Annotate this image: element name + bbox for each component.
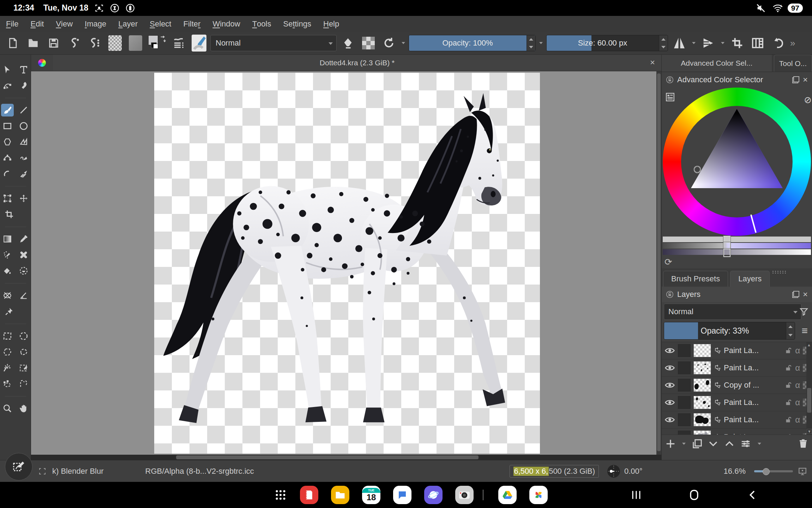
- tool-polyline[interactable]: [17, 136, 30, 148]
- tool-bezier-curve[interactable]: [1, 151, 14, 164]
- duplicate-layer-button[interactable]: [692, 438, 703, 449]
- opacity-slider[interactable]: Opacity: 100%: [409, 35, 536, 51]
- docker-lock-icon[interactable]: [666, 76, 674, 84]
- layer-lock-icon[interactable]: [784, 347, 792, 354]
- layer-row[interactable]: Paint La... α: [662, 342, 812, 359]
- layer-alpha-icon[interactable]: α: [795, 363, 800, 373]
- undo-button[interactable]: [769, 34, 787, 52]
- size-spin-buttons[interactable]: [659, 35, 668, 51]
- tool-edit-shapes[interactable]: [1, 79, 14, 92]
- no-color-icon[interactable]: ⊘: [804, 95, 812, 106]
- inherit-alpha-icon[interactable]: [714, 382, 721, 389]
- drive-app-icon[interactable]: [498, 486, 517, 504]
- tool-line[interactable]: [17, 104, 30, 116]
- docker-lock-icon[interactable]: [666, 291, 674, 298]
- scroll-corner-icon[interactable]: ▼: [807, 429, 812, 434]
- mirror-horizontal-button[interactable]: [670, 34, 688, 52]
- menu-tools[interactable]: Tools: [246, 16, 277, 32]
- notes-app-icon[interactable]: [300, 486, 318, 504]
- tool-color-range-selection[interactable]: [17, 361, 30, 374]
- tool-crop[interactable]: [3, 208, 16, 221]
- close-icon[interactable]: ×: [650, 58, 655, 67]
- tool-colorize-mask[interactable]: [1, 249, 14, 261]
- canvas-vertical-scrollbar[interactable]: [656, 71, 661, 455]
- layer-color-label[interactable]: [678, 431, 691, 435]
- tool-gradient[interactable]: [1, 233, 14, 245]
- tool-text[interactable]: [17, 63, 30, 76]
- mirror-vertical-button[interactable]: [699, 34, 717, 52]
- tool-freehand-path[interactable]: [17, 151, 30, 164]
- layer-alpha-icon[interactable]: α: [795, 432, 800, 435]
- layer-row[interactable]: Paint La α: [662, 429, 812, 435]
- layer-alpha-icon[interactable]: α: [795, 415, 800, 425]
- open-document-button[interactable]: [24, 34, 42, 52]
- sv-triangle[interactable]: [663, 88, 811, 236]
- menu-layer[interactable]: Layer: [112, 16, 144, 32]
- tool-freehand-selection[interactable]: [17, 346, 30, 358]
- inherit-alpha-icon[interactable]: [714, 364, 721, 371]
- layer-thumbnail[interactable]: [693, 378, 711, 392]
- menu-filter[interactable]: Filter: [178, 16, 207, 32]
- menu-file[interactable]: File: [0, 16, 24, 32]
- selector-settings-icon[interactable]: [666, 92, 675, 102]
- layer-visible-icon[interactable]: [664, 381, 675, 389]
- layer-row[interactable]: Copy of ... α: [662, 377, 812, 394]
- save-button[interactable]: [44, 34, 63, 52]
- tool-move[interactable]: [17, 192, 30, 205]
- pattern-swatch[interactable]: [106, 34, 124, 52]
- inherit-alpha-icon[interactable]: [714, 399, 721, 406]
- layer-lock-icon[interactable]: [784, 416, 792, 424]
- brush-settings-button[interactable]: [169, 34, 188, 52]
- layer-opacity-slider[interactable]: Opacity: 33%: [664, 322, 795, 340]
- tool-magnetic-selection[interactable]: [17, 377, 30, 390]
- tool-freehand-brush[interactable]: [1, 104, 14, 116]
- tool-bezier-selection[interactable]: [1, 377, 14, 390]
- canvas-rotation-dial[interactable]: [607, 464, 621, 478]
- shade-bar-lightness[interactable]: [663, 249, 811, 255]
- tool-measure[interactable]: [17, 289, 30, 302]
- layer-properties-button[interactable]: [740, 438, 751, 449]
- preserve-alpha-button[interactable]: [359, 34, 378, 52]
- tool-fill[interactable]: [1, 264, 14, 277]
- layer-thumbnail[interactable]: [693, 344, 711, 357]
- layer-color-label[interactable]: [678, 344, 691, 357]
- close-docker-icon[interactable]: ×: [803, 289, 808, 299]
- tool-color-sampler[interactable]: [17, 233, 30, 245]
- layer-visible-icon[interactable]: [664, 347, 675, 354]
- foreground-background-colors[interactable]: [147, 34, 167, 52]
- floating-tools-button[interactable]: [5, 453, 32, 480]
- brush-size-slider[interactable]: Size: 60.00 px: [546, 35, 668, 51]
- camera-app-icon[interactable]: [455, 486, 474, 504]
- current-brush-name[interactable]: k) Blender Blur: [52, 467, 104, 476]
- tool-dynamic-brush[interactable]: [1, 167, 14, 180]
- tool-assistants[interactable]: [1, 289, 14, 302]
- layer-filter-icon[interactable]: [799, 304, 809, 320]
- menu-select[interactable]: Select: [144, 16, 177, 32]
- inherit-alpha-icon[interactable]: [714, 347, 721, 354]
- opacity-spin-buttons[interactable]: [527, 35, 535, 51]
- back-button[interactable]: [741, 482, 764, 508]
- new-document-button[interactable]: [4, 34, 22, 52]
- browser-app-icon[interactable]: [424, 486, 443, 504]
- calendar-app-icon[interactable]: TUE 18: [362, 486, 380, 504]
- tool-ellipse-selection[interactable]: [17, 330, 30, 342]
- delete-layer-button[interactable]: [798, 438, 808, 449]
- shade-bar-saturation[interactable]: [663, 243, 811, 249]
- canvas-horizontal-scrollbar[interactable]: [31, 455, 661, 460]
- app-drawer-button[interactable]: [271, 486, 290, 504]
- brush-blending-mode-dropdown[interactable]: Normal: [210, 35, 337, 51]
- close-docker-icon[interactable]: ×: [803, 75, 808, 85]
- layer-lock-icon[interactable]: [784, 433, 792, 435]
- tab-layers[interactable]: Layers: [730, 271, 770, 287]
- tool-polygonal-selection[interactable]: [1, 346, 14, 358]
- layer-alpha-icon[interactable]: α: [795, 346, 800, 355]
- tool-enclose-fill[interactable]: [17, 264, 30, 277]
- layer-visible-icon[interactable]: [664, 433, 675, 435]
- layer-alpha-icon[interactable]: α: [795, 380, 800, 390]
- layer-opacity-spin[interactable]: [786, 322, 795, 339]
- menu-view[interactable]: View: [50, 16, 79, 32]
- layer-row[interactable]: Paint La... α: [662, 359, 812, 377]
- tool-similar-color-selection[interactable]: [1, 361, 14, 374]
- menu-help[interactable]: Help: [317, 16, 345, 32]
- tool-reference-images[interactable]: [3, 305, 16, 318]
